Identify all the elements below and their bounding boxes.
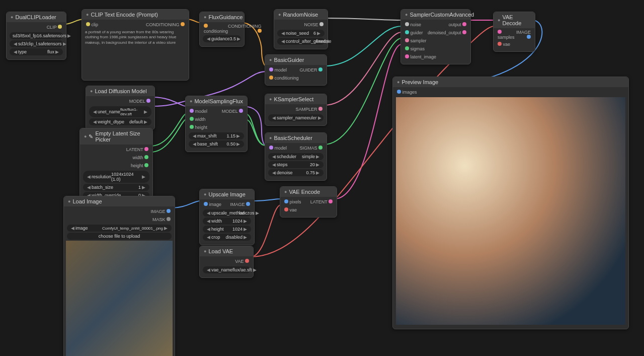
input-images[interactable]: images xyxy=(397,90,417,95)
widget-weight-dtype[interactable]: ◀weight_dtypedefault▶ xyxy=(89,118,151,125)
widget-upscale-method[interactable]: ◀upscale_methodlanczos▶ xyxy=(203,209,251,217)
node-title[interactable]: ●RandomNoise xyxy=(274,10,328,20)
output-noise[interactable]: NOISE xyxy=(304,22,324,27)
output-sigmas[interactable]: SIGMAS xyxy=(299,146,323,151)
node-vae-encode[interactable]: ●VAE Encode pixelsLATENT vae xyxy=(280,186,337,218)
choose-file-button[interactable]: choose file to upload xyxy=(67,233,172,240)
widget-base-shift[interactable]: ◀base_shift0.50▶ xyxy=(189,140,244,148)
output-denoised[interactable]: denoised_output xyxy=(428,30,466,35)
output-height[interactable]: height xyxy=(131,163,148,168)
output-mask[interactable]: MASK xyxy=(152,217,171,222)
node-basicguider[interactable]: ●BasicGuider modelGUIDER conditioning xyxy=(265,54,327,86)
widget-scheduler[interactable]: ◀schedulersimple▶ xyxy=(268,153,324,160)
node-title[interactable]: ●Upscale Image xyxy=(200,189,254,199)
node-randomnoise[interactable]: ●RandomNoise NOISE ◀noise_seed6▶ ◀contro… xyxy=(274,9,328,49)
preview-image-display xyxy=(396,97,625,325)
output-guider[interactable]: GUIDER xyxy=(299,67,323,73)
node-title[interactable]: ●FluxGuidance xyxy=(200,12,244,22)
widget-width[interactable]: ◀width1024▶ xyxy=(203,218,251,225)
node-title[interactable]: ●SamplerCustomAdvanced xyxy=(401,10,470,20)
output-image[interactable]: IMAGE xyxy=(150,209,171,214)
node-title[interactable]: ●VAE Decode xyxy=(494,12,535,28)
widget-max-shift[interactable]: ◀max_shift1.15▶ xyxy=(189,132,244,139)
output-model[interactable]: MODEL xyxy=(129,99,150,104)
widget-sampler-name[interactable]: ◀sampler_nameeuler▶ xyxy=(268,114,324,121)
widget-vae-name[interactable]: ◀vae_nameflux/ae.sft▶ xyxy=(203,266,250,273)
output-conditioning[interactable]: CONDITIONING xyxy=(146,22,185,27)
output-vae[interactable]: VAE xyxy=(235,259,249,264)
output-output[interactable]: output xyxy=(448,22,466,27)
node-load-vae[interactable]: ●Load VAE VAE ◀vae_nameflux/ae.sft▶ xyxy=(199,246,254,278)
input-pixels[interactable]: pixels xyxy=(284,199,301,204)
node-basicscheduler[interactable]: ●BasicScheduler modelSIGMAS ◀schedulersi… xyxy=(265,132,327,181)
node-upscale-image[interactable]: ●Upscale Image imageIMAGE ◀upscale_metho… xyxy=(199,189,255,245)
input-model[interactable]: model xyxy=(269,146,287,151)
node-title[interactable]: ●DualCLIPLoader xyxy=(7,12,66,22)
widget-noise-seed[interactable]: ◀noise_seed6▶ xyxy=(277,30,325,37)
node-title[interactable]: ●Load Image xyxy=(64,196,175,206)
input-samples[interactable]: samples xyxy=(498,30,515,40)
output-sampler[interactable]: SAMPLER xyxy=(295,107,323,112)
collapse-icon[interactable]: ● xyxy=(11,15,13,20)
input-vae[interactable]: vae xyxy=(498,42,510,47)
widget-control-after[interactable]: ◀control_after_generatefixed▶ xyxy=(277,38,325,45)
output-latent[interactable]: LATENT xyxy=(310,199,333,204)
node-title[interactable]: ●KSamplerSelect xyxy=(265,94,327,104)
output-latent[interactable]: LATENT xyxy=(126,147,148,152)
input-height[interactable]: height xyxy=(190,125,207,130)
input-guider[interactable]: guider xyxy=(405,30,423,35)
prompt-textarea[interactable]: a portrait of a young woman from the 80s… xyxy=(84,29,189,57)
node-sampler-custom-advanced[interactable]: ●SamplerCustomAdvanced noiseoutput guide… xyxy=(400,9,471,64)
input-clip[interactable]: clip xyxy=(86,22,98,27)
output-width[interactable]: width xyxy=(132,155,148,160)
input-model[interactable]: model xyxy=(190,109,207,114)
node-vae-decode[interactable]: ●VAE Decode samplesIMAGE vae xyxy=(493,12,535,52)
node-title[interactable]: ●Load Diffusion Model xyxy=(86,86,154,96)
node-title[interactable]: ●ModelSamplingFlux xyxy=(186,96,247,106)
widget-crop[interactable]: ◀cropdisabled▶ xyxy=(203,234,251,241)
node-title[interactable]: ●BasicGuider xyxy=(265,55,327,65)
input-vae[interactable]: vae xyxy=(284,207,297,212)
node-ksamplerselect[interactable]: ●KSamplerSelect SAMPLER ◀sampler_nameeul… xyxy=(265,94,327,126)
widget-unet-name[interactable]: ◀unet_nameflux/flux1-dev.sft▶ xyxy=(89,106,151,117)
output-image[interactable]: IMAGE xyxy=(515,30,531,40)
input-sampler[interactable]: sampler xyxy=(405,38,427,43)
node-title[interactable]: ●Load VAE xyxy=(200,246,253,256)
node-fluxguidance[interactable]: ●FluxGuidance conditioningCONDITIONING ◀… xyxy=(199,12,245,47)
node-title[interactable]: ●VAE Encode xyxy=(280,187,337,197)
widget-height[interactable]: ◀height1024▶ xyxy=(203,226,251,233)
node-load-diffusion-model[interactable]: ●Load Diffusion Model MODEL ◀unet_namefl… xyxy=(86,86,155,130)
node-modelsamplingflux[interactable]: ●ModelSamplingFlux modelMODEL width heig… xyxy=(185,96,248,152)
output-clip[interactable]: CLIP xyxy=(47,25,62,30)
input-model[interactable]: model xyxy=(269,67,287,73)
output-image[interactable]: IMAGE xyxy=(230,202,250,207)
node-dualcliploader[interactable]: ●DualCLIPLoader CLIP sd3/t5xxl_fp16.safe… xyxy=(6,12,66,60)
input-sigmas[interactable]: sigmas xyxy=(405,46,425,51)
widget-steps[interactable]: ◀steps20▶ xyxy=(268,161,324,168)
input-image[interactable]: image xyxy=(204,202,221,207)
node-load-image[interactable]: ●Load Image IMAGE MASK ◀imageComfyUI_tem… xyxy=(63,196,175,356)
input-noise[interactable]: noise xyxy=(405,22,421,27)
widget-guidance[interactable]: ◀guidance3.5▶ xyxy=(203,35,241,42)
node-title[interactable]: ●BasicScheduler xyxy=(265,133,327,143)
widget-image[interactable]: ◀imageComfyUI_temp_znhll_00001_.png▶ xyxy=(67,225,172,232)
widget-clip1[interactable]: sd3/t5xxl_fp16.safetensors▶ xyxy=(10,32,63,39)
node-title[interactable]: ●Preview Image xyxy=(393,77,628,87)
widget-batch-size[interactable]: ◀batch_size1▶ xyxy=(83,184,149,191)
node-title[interactable]: ●CLIP Text Encode (Prompt) xyxy=(82,10,189,20)
input-conditioning[interactable]: conditioning xyxy=(269,76,299,81)
node-preview-image[interactable]: ●Preview Image images xyxy=(392,77,629,329)
input-latent-image[interactable]: latent_image xyxy=(405,54,436,59)
output-model[interactable]: MODEL xyxy=(222,109,243,114)
widget-resolution[interactable]: ◀resolution1024x1024 (1.0)▶ xyxy=(83,171,149,183)
output-conditioning[interactable]: CONDITIONING xyxy=(228,24,262,34)
input-conditioning[interactable]: conditioning xyxy=(204,24,228,34)
node-title[interactable]: ●✎ Empty Latent Size Picker xyxy=(80,128,152,145)
input-width[interactable]: width xyxy=(190,117,206,122)
widget-denoise[interactable]: ◀denoise0.75▶ xyxy=(268,169,324,176)
widget-clip2[interactable]: ◀sd3/clip_l.safetensors▶ xyxy=(10,40,63,47)
widget-type[interactable]: ◀typeflux▶ xyxy=(10,48,63,55)
image-preview xyxy=(66,241,173,356)
node-clip-text-encode[interactable]: ●CLIP Text Encode (Prompt) clipCONDITION… xyxy=(82,9,189,81)
